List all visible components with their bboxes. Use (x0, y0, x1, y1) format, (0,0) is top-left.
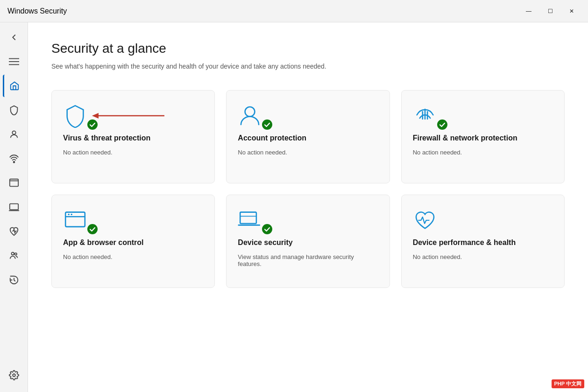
heart-pulse-icon (413, 208, 437, 232)
sidebar-item-family[interactable] (3, 245, 25, 267)
browser-icon (63, 208, 87, 232)
page-subtitle: See what's happening with the security a… (51, 62, 332, 71)
check-icon-app (87, 224, 98, 234)
card-health-status: No action needed. (413, 253, 553, 260)
svg-point-4 (13, 161, 14, 163)
close-button[interactable]: ✕ (561, 4, 582, 19)
svg-rect-24 (241, 212, 257, 224)
check-badge-firewall (437, 119, 447, 130)
health-icon-area (413, 208, 446, 232)
check-badge-device (262, 224, 272, 234)
svg-rect-2 (9, 64, 19, 65)
svg-point-8 (14, 253, 17, 255)
minimize-button[interactable]: — (518, 4, 539, 19)
card-firewall[interactable]: Firewall & network protection No action … (401, 90, 565, 183)
sidebar-item-app[interactable] (3, 172, 25, 194)
svg-point-21 (68, 214, 69, 215)
sidebar-item-settings[interactable] (3, 364, 25, 386)
cards-grid: Virus & threat protection No action need… (51, 90, 565, 288)
card-firewall-title: Firewall & network protection (413, 133, 553, 143)
card-device-status: View status and manage hardware security… (238, 253, 378, 267)
card-firewall-status: No action needed. (413, 149, 553, 156)
device-icon-area (238, 208, 270, 232)
svg-point-13 (245, 107, 255, 117)
svg-point-3 (12, 131, 15, 134)
svg-point-18 (437, 119, 447, 130)
card-virus-title: Virus & threat protection (63, 133, 203, 143)
svg-rect-6 (9, 204, 18, 210)
person-icon (238, 104, 262, 128)
main-content: Security at a glance See what's happenin… (28, 22, 588, 392)
check-icon-firewall (437, 119, 447, 130)
sidebar-item-device[interactable] (3, 196, 25, 218)
shield-icon (63, 104, 87, 128)
svg-point-22 (71, 214, 72, 215)
sidebar-item-account[interactable] (3, 123, 25, 146)
sidebar-item-health[interactable] (3, 220, 25, 243)
svg-point-7 (11, 252, 14, 255)
card-device-title: Device security (238, 238, 378, 248)
virus-icon-area (63, 104, 96, 128)
sidebar-item-menu[interactable] (3, 50, 25, 73)
sidebar-item-history[interactable] (3, 269, 25, 291)
check-badge-account (262, 119, 272, 130)
card-account-title: Account protection (238, 133, 378, 143)
card-virus-status: No action needed. (63, 149, 203, 156)
page-title: Security at a glance (51, 41, 565, 56)
app-browser-icon-area (63, 208, 96, 232)
card-app-status: No action needed. (63, 253, 203, 260)
sidebar-item-virus[interactable] (3, 99, 25, 121)
card-app-title: App & browser control (63, 238, 203, 248)
maximize-button[interactable]: ☐ (539, 4, 561, 19)
sidebar-bottom (3, 364, 25, 392)
title-bar-left: Windows Security (7, 7, 67, 15)
card-app-browser[interactable]: App & browser control No action needed. (51, 195, 215, 288)
card-device[interactable]: Device security View status and manage h… (226, 195, 390, 288)
svg-point-27 (262, 224, 272, 234)
card-health-title: Device performance & health (413, 238, 553, 248)
svg-point-9 (13, 374, 15, 377)
app-title: Windows Security (7, 7, 67, 15)
svg-point-23 (87, 224, 98, 234)
card-health[interactable]: Device performance & health No action ne… (401, 195, 565, 288)
check-icon-device (262, 224, 272, 234)
sidebar-item-back[interactable] (3, 26, 25, 49)
laptop-security-icon (238, 208, 262, 232)
account-icon-area (238, 104, 270, 128)
sidebar-item-home[interactable] (3, 75, 25, 97)
firewall-icon-area (413, 104, 446, 128)
app-body: Security at a glance See what's happenin… (0, 22, 588, 392)
sidebar-item-firewall[interactable] (3, 147, 25, 170)
svg-point-14 (262, 119, 272, 130)
svg-rect-5 (9, 179, 18, 187)
sidebar (0, 22, 28, 392)
card-virus[interactable]: Virus & threat protection No action need… (51, 90, 215, 183)
svg-rect-0 (9, 58, 19, 59)
svg-marker-12 (92, 113, 99, 119)
red-arrow (92, 110, 167, 121)
svg-rect-1 (9, 61, 19, 62)
card-account-status: No action needed. (238, 149, 378, 156)
wifi-signal-icon (413, 104, 437, 128)
title-bar: Windows Security — ☐ ✕ (0, 0, 588, 22)
card-account[interactable]: Account protection No action needed. (226, 90, 390, 183)
title-bar-controls: — ☐ ✕ (518, 4, 582, 19)
watermark: PHP 中文网 (552, 379, 584, 388)
check-badge-app (87, 224, 98, 234)
check-icon-account (262, 119, 272, 130)
